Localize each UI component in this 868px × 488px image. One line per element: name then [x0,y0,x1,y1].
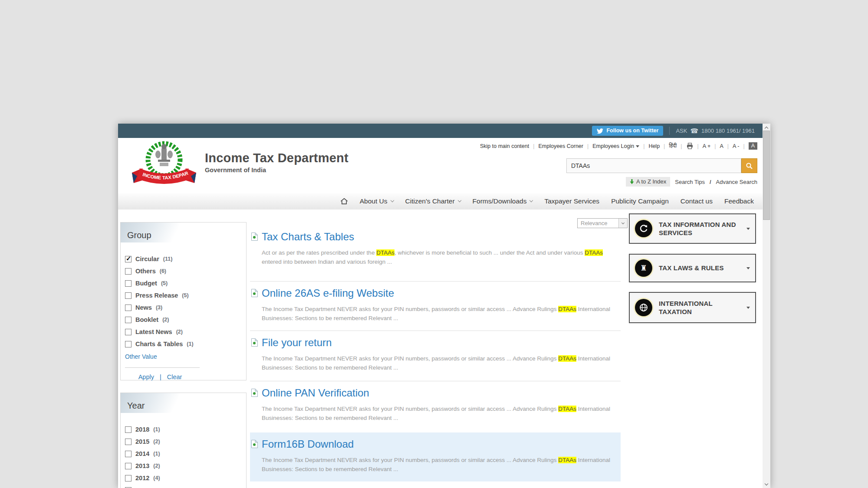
chevron-down-icon [636,145,639,147]
vertical-scrollbar[interactable] [763,124,770,488]
tax-laws-rules-box[interactable]: ♜ TAX LAWS & RULES [629,254,756,282]
checkbox[interactable] [125,256,132,262]
filter-option-press-release[interactable]: Press Release(5) [125,289,246,301]
filter-option-2015[interactable]: 2015(2) [125,436,246,448]
year-filter-panel: Year 2018(1) 2015(2) 2014(1) 2013(2) 201… [120,393,247,488]
highlighted-term: DTAAs [585,249,603,256]
result-title-link[interactable]: Tax Charts & Tables [262,231,354,243]
highlighted-term: DTAAs [558,355,576,362]
home-icon[interactable] [340,198,348,205]
phone-icon: ☎ [690,128,698,134]
contrast-toggle-button[interactable]: A [749,142,757,150]
promo-box-label: TAX INFORMATION AND SERVICES [659,220,740,237]
font-size-decrease-button[interactable]: A - [733,143,739,149]
filter-option-booklet[interactable]: Booklet(2) [125,314,246,326]
apply-button[interactable]: Apply [138,373,154,380]
twitter-bird-icon [597,128,603,134]
clear-button[interactable]: Clear [167,373,182,380]
checkbox[interactable] [125,451,132,457]
search-result-item: Online PAN Verification The Income Tax D… [250,381,621,423]
chevron-down-icon [529,199,533,202]
search-results: Relevance Tax Charts & Tables Act or as … [250,210,621,488]
filter-actions: Apply | Clear [121,373,200,380]
follow-twitter-button[interactable]: Follow us on Twitter [592,126,663,136]
top-utility-bar: Follow us on Twitter ASK ☎ 1800 180 1961… [118,124,763,138]
result-snippet: The Income Tax Department NEVER asks for… [262,354,614,373]
ask-label: ASK [676,128,687,134]
employees-corner-link[interactable]: Employees Corner [538,143,583,149]
filter-option-2013[interactable]: 2013(2) [125,460,246,472]
helpline-number: 1800 180 1961/ 1961 [701,128,755,134]
employees-login-link[interactable]: Employees Login [592,143,639,149]
printer-icon[interactable] [686,143,694,149]
result-title-link[interactable]: Online 26AS e-filing Website [262,287,394,299]
filter-option-2018[interactable]: 2018(1) [125,423,246,436]
checkbox[interactable] [125,463,132,469]
result-snippet: The Income Tax Department NEVER asks for… [262,405,614,423]
document-icon [251,389,258,397]
checkbox[interactable] [125,341,132,347]
checkbox[interactable] [125,439,132,445]
circular-arrows-icon [635,220,652,237]
filter-option-2012[interactable]: 2012(4) [125,472,246,484]
hindi-language-link[interactable]: हिंदी [669,143,677,149]
checkbox[interactable] [125,475,132,481]
checkbox[interactable] [125,426,132,433]
checkbox[interactable] [125,305,132,311]
result-title-link[interactable]: File your return [262,337,332,349]
site-subtitle: Government of India [205,167,349,174]
scrollbar-thumb[interactable] [763,131,770,220]
filter-option-news[interactable]: News(3) [125,301,246,314]
result-title-link[interactable]: Online PAN Verification [262,387,369,399]
document-icon [251,289,258,297]
checkbox[interactable] [125,329,132,335]
advance-search-link[interactable]: Advance Search [716,179,757,185]
filter-option-budget[interactable]: Budget(5) [125,277,246,289]
filter-option-2011[interactable]: 2011(2) [125,484,246,488]
nav-taxpayer-services[interactable]: Taxpayer Services [544,197,599,205]
checkbox[interactable] [125,268,132,275]
topbar-divider [669,127,670,135]
nav-contact-us[interactable]: Contact us [681,197,713,205]
checkbox[interactable] [125,317,132,323]
filter-option-circular[interactable]: Circular(11) [125,253,246,265]
result-title-link[interactable]: Form16B Download [262,438,354,450]
international-taxation-box[interactable]: INTERNATIONAL TAXATION [629,292,756,323]
chevron-down-icon [457,199,461,202]
search-result-item: Online 26AS e-filing Website The Income … [250,281,621,323]
chevron-down-icon [746,267,750,269]
rook-icon: ♜ [635,259,652,277]
chevron-up-icon [765,126,768,130]
checkbox[interactable] [125,292,132,299]
tax-information-services-box[interactable]: TAX INFORMATION AND SERVICES [629,213,756,244]
scroll-up-button[interactable] [763,124,770,131]
font-size-increase-button[interactable]: A + [703,143,710,149]
help-link[interactable]: Help [648,143,660,149]
search-tips-link[interactable]: Search Tips [675,179,705,185]
promo-box-label: TAX LAWS & RULES [659,264,740,272]
other-value-link[interactable]: Other Value [125,353,246,360]
year-filter-title: Year [121,393,195,413]
nav-publicity-campaign[interactable]: Publicity Campaign [611,197,669,205]
scroll-down-button[interactable] [763,481,770,488]
skip-to-main-content-link[interactable]: Skip to main content [480,143,529,149]
site-header: INCOME TAX DEPARTMENT Income Tax Departm… [118,138,763,193]
group-filter-panel: Group Circular(11) Others(6) Budget(5) P… [120,222,247,380]
nav-citizens-charter[interactable]: Citizen's Charter [405,197,461,205]
checkbox[interactable] [125,280,132,287]
search-icon [746,162,753,170]
green-down-arrow-icon [630,179,634,184]
nav-about-us[interactable]: About Us [360,197,394,205]
highlighted-term: DTAAs [376,249,395,256]
nav-feedback[interactable]: Feedback [724,197,754,205]
a-to-z-index-link[interactable]: A to Z Index [626,177,670,187]
filter-option-charts-tables[interactable]: Charts & Tables(1) [125,338,246,350]
search-button[interactable] [741,158,757,173]
search-input[interactable] [566,158,741,173]
group-filter-title: Group [121,223,195,242]
filter-option-others[interactable]: Others(6) [125,265,246,277]
font-size-normal-button[interactable]: A [720,143,723,149]
nav-forms-downloads[interactable]: Forms/Downloads [473,197,533,205]
filter-option-2014[interactable]: 2014(1) [125,448,246,460]
filter-option-latest-news[interactable]: Latest News(2) [125,326,246,338]
